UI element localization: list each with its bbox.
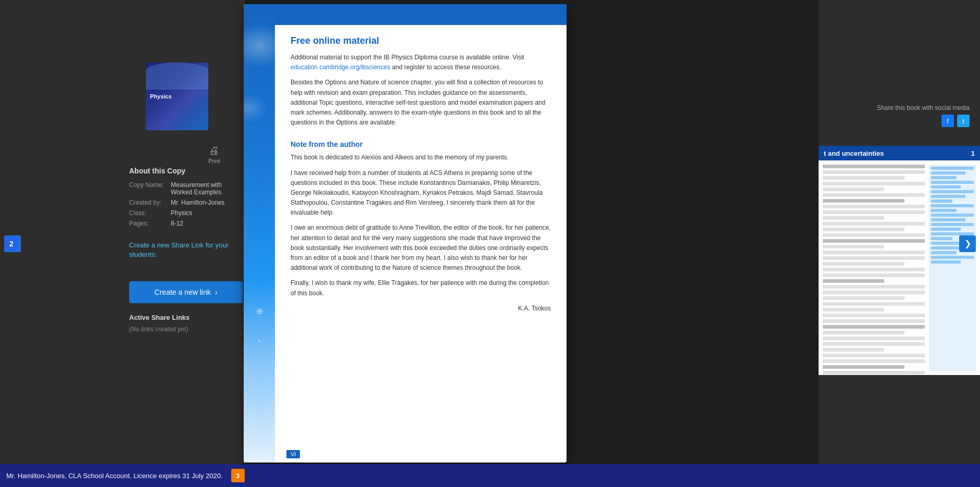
active-links-section: Active Share Links (No links created yet… [129,314,190,333]
print-area[interactable]: 🖨 Print [208,145,220,164]
preview-side-line [931,237,952,240]
no-links-text: (No links created yet) [129,326,190,333]
preview-line [823,188,884,191]
class-value: Physics [171,209,192,217]
book-para6: Finally, I wish to thank my wife, Ellie … [291,278,551,298]
preview-side-line [931,176,957,179]
preview-side-line [931,199,952,203]
para1-suffix: and register to access these resources. [390,64,501,71]
preview-side-line [931,185,961,189]
share-section: Create a new Share Link for your student… [129,241,241,267]
created-by-row: Created by: Mr. Hamilton-Jones [129,199,233,206]
preview-main-col [823,165,925,371]
right-panel: Share this book with social media f t t … [819,0,980,487]
right-book-preview: t and uncertainties 1 [819,146,980,375]
book-link[interactable]: education.cambridge.org/ibsciences [291,64,390,71]
preview-line [823,165,925,168]
badge-2: 2 [4,236,19,251]
preview-line [823,176,904,180]
section1-title: Free online material [291,35,551,46]
preview-side-line [931,251,957,254]
book-thumbnail-area: Physics [146,63,229,135]
share-text: Create a new Share Link for your student… [129,241,241,259]
preview-line [823,359,925,363]
social-share: Share this book with social media f t [877,104,970,127]
preview-line [823,182,925,185]
print-label: Print [208,158,220,164]
preview-line [823,296,904,300]
book-title-thumb: Physics [150,93,172,99]
preview-line [823,291,925,294]
preview-side-line [931,223,974,226]
preview-line [823,262,904,266]
preview-line [823,342,925,346]
created-by-label: Created by: [129,199,171,206]
preview-line [823,228,904,231]
preview-line [823,273,925,277]
book-header-blue [275,4,567,25]
facebook-icon[interactable]: f [941,115,954,127]
preview-line [823,222,925,226]
preview-header: t and uncertainties 1 [819,146,980,160]
printer-icon: 🖨 [208,145,220,157]
active-links-title: Active Share Links [129,314,190,321]
preview-line [823,216,884,220]
arrow-right-icon: › [215,288,218,296]
preview-line [823,256,925,260]
copy-name-row: Copy Name: Measurement with Worked Examp… [129,181,233,196]
preview-line [823,170,925,174]
preview-line [823,354,925,357]
preview-line [823,239,925,243]
share-text-prefix: Create a new [129,241,171,249]
bottom-bar-text: Mr. Hamilton-Jones, CLA School Account. … [6,472,223,480]
book-author: K.A. Tsokos [291,304,551,314]
book-para5: I owe an enormous debt of gratitude to A… [291,223,551,273]
create-link-button[interactable]: Create a new link › [129,281,243,303]
book-para1: Additional material to support the IB Ph… [291,53,551,72]
preview-side-line [931,218,965,221]
book-para2: Besides the Options and Nature of scienc… [291,78,551,128]
preview-line [823,348,884,352]
social-icons: f t [877,115,970,127]
preview-line [823,268,925,271]
preview-line [823,210,925,214]
preview-line [823,308,884,311]
preview-line [823,314,925,317]
class-row: Class: Physics [129,209,233,217]
preview-line [823,336,925,340]
copy-name-label: Copy Name: [129,181,171,196]
about-title: About this Copy [129,167,233,175]
preview-line [823,319,925,323]
preview-line [823,371,925,374]
preview-line [823,302,925,306]
share-link-text: Share Link [171,241,204,249]
preview-side-line [931,167,974,170]
section2-title: Note from the author [291,140,551,148]
book-para4: I have received help from a number of st… [291,168,551,218]
pages-value: 8-12 [171,220,183,227]
preview-title: t and uncertainties [824,149,884,157]
preview-line [823,331,904,334]
nav-arrow-right[interactable]: ❯ [959,235,976,252]
preview-side-line [931,260,961,264]
preview-line [823,245,884,248]
preview-content [819,160,980,375]
pages-label: Pages: [129,220,171,227]
preview-line [823,193,925,197]
book-para3: This book is dedicated to Alexios and Al… [291,153,551,163]
left-panel: Physics 🖨 Print About this Copy Copy Nam… [0,0,245,487]
preview-line [823,233,925,237]
para1-prefix: Additional material to support the IB Ph… [291,54,524,61]
social-share-text: Share this book with social media [877,104,970,111]
bottom-bar: Mr. Hamilton-Jones, CLA School Account. … [0,464,980,487]
preview-line [823,199,904,203]
about-section: About this Copy Copy Name: Measurement w… [129,167,233,230]
page-number: VI [286,450,300,458]
preview-side-line [931,209,957,212]
preview-side-line [931,181,974,184]
twitter-icon[interactable]: t [957,115,970,127]
preview-side-line [931,256,974,259]
preview-side-line [931,228,961,231]
book-blue-strip: ⊕ • [244,4,275,463]
preview-number: 1 [971,149,975,157]
